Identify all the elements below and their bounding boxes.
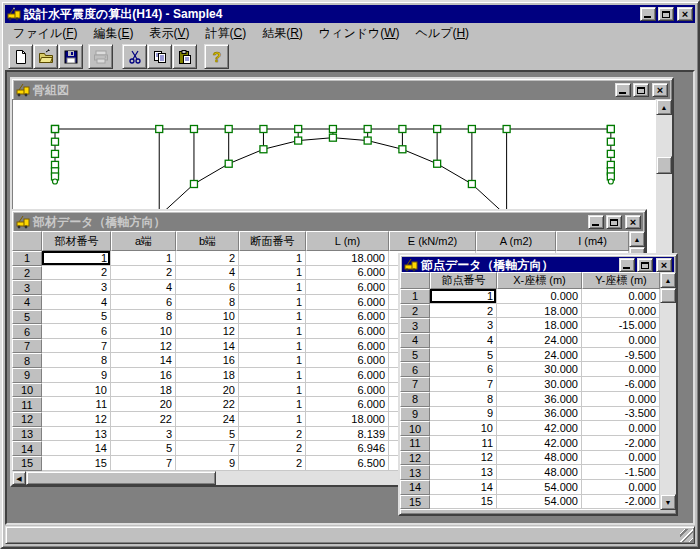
table-cell[interactable]: 12 (176, 324, 239, 339)
table-cell[interactable]: 10 (42, 383, 111, 398)
table-cell[interactable]: 6.000 (306, 368, 389, 383)
table-cell[interactable]: 6 (42, 324, 111, 339)
table-cell[interactable]: 4 (42, 295, 111, 310)
table-cell[interactable]: 30.000 (497, 362, 582, 377)
corner-cell[interactable] (400, 272, 430, 289)
row-header[interactable]: 14 (12, 441, 42, 456)
minimize-button[interactable] (640, 7, 656, 21)
row-header[interactable]: 3 (400, 318, 430, 333)
column-header[interactable]: 節点番号 (430, 272, 497, 289)
table-cell[interactable]: 15 (42, 456, 111, 471)
table-cell[interactable]: 3 (42, 280, 111, 295)
table-cell[interactable]: 42.000 (497, 436, 582, 451)
copy-button[interactable] (147, 44, 172, 69)
row-header[interactable]: 14 (400, 480, 430, 495)
table-cell[interactable]: 6.000 (306, 397, 389, 412)
table-cell[interactable]: 48.000 (497, 451, 582, 466)
table-cell[interactable]: 0.000 (582, 362, 660, 377)
row-header[interactable]: 15 (12, 456, 42, 471)
table-cell[interactable]: 1 (239, 324, 306, 339)
table-cell[interactable]: 16 (111, 368, 176, 383)
scrollbar-thumb[interactable] (26, 471, 216, 485)
table-cell[interactable]: 0.000 (582, 304, 660, 319)
row-header[interactable]: 4 (12, 295, 42, 310)
row-header[interactable]: 6 (12, 324, 42, 339)
menu-item-1[interactable]: 編集(E) (85, 23, 141, 44)
table-cell[interactable]: 11 (42, 397, 111, 412)
new-document-button[interactable] (8, 44, 33, 69)
table-cell[interactable]: 4 (176, 266, 239, 281)
row-header[interactable]: 15 (400, 495, 430, 510)
column-header[interactable]: L (m) (306, 231, 389, 251)
save-floppy-button[interactable] (58, 44, 83, 69)
scroll-up-icon[interactable]: ▲ (629, 231, 645, 247)
table-cell[interactable]: 11 (430, 436, 497, 451)
table-cell[interactable]: -6.000 (582, 377, 660, 392)
row-header[interactable]: 5 (12, 310, 42, 325)
node-window-titlebar[interactable]: 節点データ（橋軸方向） × (402, 257, 674, 273)
table-cell[interactable]: 7 (176, 441, 239, 456)
table-cell[interactable]: 10 (430, 421, 497, 436)
table-cell[interactable]: -15.000 (582, 318, 660, 333)
table-cell[interactable]: 2 (111, 266, 176, 281)
table-cell[interactable]: 14 (111, 353, 176, 368)
table-cell[interactable]: 1 (239, 397, 306, 412)
table-cell[interactable]: 6.000 (306, 383, 389, 398)
row-header[interactable]: 1 (400, 289, 430, 304)
table-cell[interactable]: 1 (430, 289, 497, 304)
scroll-up-icon[interactable]: ▲ (656, 99, 672, 115)
table-cell[interactable]: 4 (430, 333, 497, 348)
table-cell[interactable]: 6.946 (306, 441, 389, 456)
row-header[interactable]: 10 (12, 383, 42, 398)
table-cell[interactable]: 15 (430, 495, 497, 510)
table-cell[interactable]: 1 (239, 251, 306, 266)
paste-clipboard-button[interactable] (172, 44, 197, 69)
corner-cell[interactable] (12, 231, 42, 251)
row-header[interactable]: 5 (400, 348, 430, 363)
table-cell[interactable]: 10 (176, 310, 239, 325)
cut-scissors-button[interactable] (122, 44, 147, 69)
table-cell[interactable]: 5 (176, 427, 239, 442)
table-cell[interactable]: 8 (176, 295, 239, 310)
table-cell[interactable]: 1 (239, 383, 306, 398)
column-header[interactable]: b端 (176, 231, 239, 251)
table-cell[interactable]: 6 (430, 362, 497, 377)
table-cell[interactable]: 6.000 (306, 266, 389, 281)
table-cell[interactable]: 7 (111, 456, 176, 471)
minimize-button[interactable] (588, 215, 604, 229)
table-cell[interactable]: 6 (176, 280, 239, 295)
table-cell[interactable]: 54.000 (497, 480, 582, 495)
table-cell[interactable]: 2 (176, 251, 239, 266)
table-cell[interactable]: 24 (176, 412, 239, 427)
table-cell[interactable]: 7 (430, 377, 497, 392)
table-cell[interactable]: 0.000 (582, 421, 660, 436)
table-cell[interactable]: 13 (42, 427, 111, 442)
row-header[interactable]: 4 (400, 333, 430, 348)
table-cell[interactable]: 24.000 (497, 333, 582, 348)
table-cell[interactable]: 8 (430, 392, 497, 407)
table-cell[interactable]: 12 (430, 451, 497, 466)
table-cell[interactable]: 18.000 (306, 251, 389, 266)
maximize-button[interactable] (637, 258, 653, 272)
table-cell[interactable]: 1 (239, 280, 306, 295)
minimize-button[interactable] (615, 83, 631, 97)
table-cell[interactable]: 18.000 (497, 318, 582, 333)
table-cell[interactable]: 4 (111, 280, 176, 295)
table-cell[interactable]: 2 (42, 266, 111, 281)
table-cell[interactable]: 12 (42, 412, 111, 427)
table-cell[interactable]: 1 (239, 339, 306, 354)
frame-window-titlebar[interactable]: 骨組図 × (14, 81, 670, 99)
table-cell[interactable]: -3.500 (582, 407, 660, 422)
table-cell[interactable]: 42.000 (497, 421, 582, 436)
column-header[interactable]: 部材番号 (42, 231, 111, 251)
table-cell[interactable]: 2 (239, 441, 306, 456)
table-cell[interactable]: 9 (176, 456, 239, 471)
table-cell[interactable]: 48.000 (497, 465, 582, 480)
table-cell[interactable]: 1 (239, 412, 306, 427)
row-header[interactable]: 13 (12, 427, 42, 442)
table-cell[interactable]: 5 (430, 348, 497, 363)
help-button[interactable]: ? (204, 44, 229, 69)
row-header[interactable]: 10 (400, 421, 430, 436)
table-cell[interactable]: 2 (239, 456, 306, 471)
table-cell[interactable]: 0.000 (582, 451, 660, 466)
